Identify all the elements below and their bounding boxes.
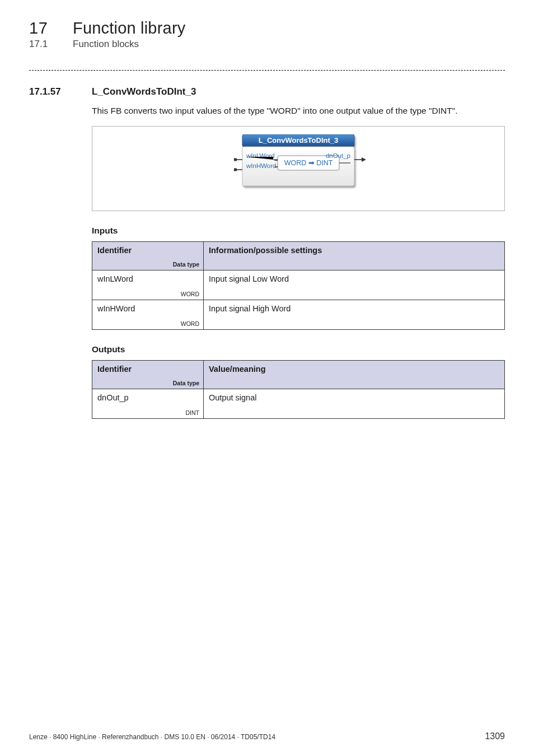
col-datatype-label: Data type [173,261,199,268]
block-title-text: L_ConvWordsToDInt_3 [259,136,339,144]
table-row: wInHWord WORD Input signal High Word [92,300,505,329]
table-header-row: Identifier Data type Information/possibl… [92,241,505,270]
table-row: wInLWord WORD Input signal Low Word [92,270,505,300]
svg-rect-6 [234,168,237,171]
footer-meta: Lenze · 8400 HighLine · Referenzhandbuch… [29,733,275,741]
input-description: Input signal High Word [204,301,504,318]
section-title: Function blocks [73,39,505,50]
col-datatype-label: Data type [173,380,199,386]
col-identifier: Identifier [97,365,198,381]
input-datatype: WORD [181,320,199,327]
page-footer: Lenze · 8400 HighLine · Referenzhandbuch… [29,731,505,741]
port-label-in2: wInHWord [246,162,276,169]
inputs-table: Identifier Data type Information/possibl… [92,241,505,330]
chapter-title: Function library [73,19,505,38]
function-block-svg: L_ConvWordsToDInt_3 WORD ➡ DINT wInLWord… [212,134,385,196]
output-identifier: dnOut_p [97,393,198,410]
outputs-heading: Outputs [92,344,505,354]
col-identifier: Identifier [97,246,198,263]
section-number: 17.1 [29,39,73,50]
divider [29,70,505,71]
input-description: Input signal Low Word [204,271,504,288]
block-diagram-figure: L_ConvWordsToDInt_3 WORD ➡ DINT wInLWord… [92,126,505,211]
subsection-heading: 17.1.57 L_ConvWordsToDInt_3 [29,86,505,97]
svg-marker-18 [362,157,366,162]
chapter-number: 17 [29,19,73,38]
subsection-number: 17.1.57 [29,86,92,97]
input-identifier: wInLWord [97,274,198,291]
block-inner-label: WORD ➡ DINT [284,159,333,167]
col-description: Value/meaning [204,361,504,378]
intro-paragraph: This FB converts two input values of the… [92,104,505,117]
subsection-title: L_ConvWordsToDInt_3 [92,86,505,97]
table-header-row: Identifier Data type Value/meaning [92,360,505,389]
input-datatype: WORD [181,291,199,297]
function-block: L_ConvWordsToDInt_3 WORD ➡ DINT wInLWord… [212,134,385,198]
col-description: Information/possible settings [204,242,504,259]
output-datatype: DINT [185,409,199,416]
page-number: 1309 [485,731,505,741]
input-identifier: wInHWord [97,304,198,321]
port-label-out: dnOut_p [326,152,350,159]
outputs-table: Identifier Data type Value/meaning dnOut… [92,360,505,419]
table-row: dnOut_p DINT Output signal [92,389,505,418]
output-description: Output signal [204,390,504,407]
inputs-heading: Inputs [92,226,505,236]
svg-rect-4 [234,158,237,161]
page-header: 17 Function library 17.1 Function blocks [29,19,505,50]
